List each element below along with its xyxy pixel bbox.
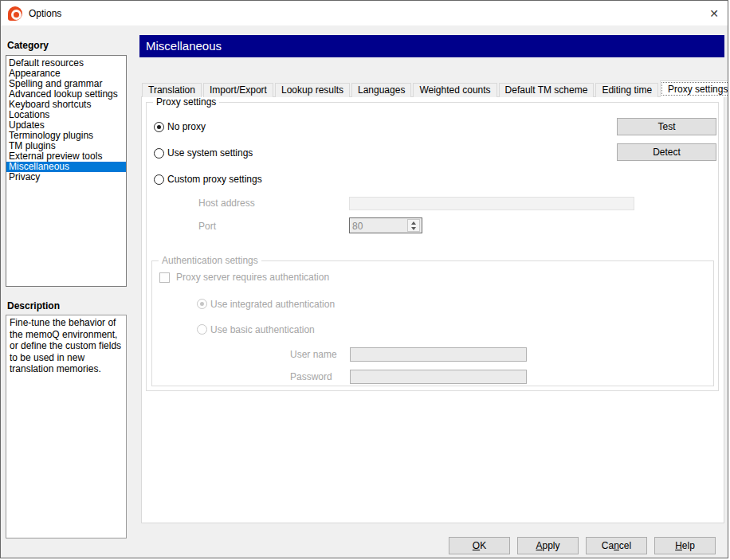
category-item-privacy[interactable]: Privacy (6, 172, 126, 182)
port-spin-buttons (407, 219, 420, 232)
no-proxy-radio[interactable] (154, 122, 164, 132)
apply-button[interactable]: Apply (517, 537, 579, 554)
tabstrip: TranslationImport/ExportLookup resultsLa… (142, 80, 728, 97)
use-basic-authentication-label: Use basic authentication (210, 325, 315, 335)
tab-import-export[interactable]: Import/Export (203, 83, 273, 97)
proxy-settings-tabpage: Proxy settings No proxy Use system setti… (141, 96, 724, 523)
tab-editing-time[interactable]: Editing time (595, 83, 658, 97)
custom-proxy-settings-radio[interactable] (154, 174, 164, 185)
category-label: Category (7, 40, 49, 51)
proxy-settings-group-label: Proxy settings (153, 96, 219, 108)
port-value: 80 (352, 221, 363, 232)
host-address-input (349, 197, 634, 210)
user-name-input (350, 347, 527, 362)
test-button[interactable]: Test (617, 118, 716, 135)
category-list[interactable]: Default resourcesAppearanceSpelling and … (6, 55, 127, 287)
authentication-settings-group: Authentication settings Proxy server req… (151, 260, 714, 386)
close-icon[interactable]: ✕ (701, 1, 728, 25)
no-proxy-label[interactable]: No proxy (167, 122, 206, 132)
password-input (350, 370, 527, 384)
use-system-settings-label[interactable]: Use system settings (167, 148, 253, 159)
tab-languages[interactable]: Languages (351, 83, 411, 97)
tab-weighted-counts[interactable]: Weighted counts (413, 83, 496, 97)
tab-default-tm-scheme[interactable]: Default TM scheme (499, 83, 595, 97)
use-basic-authentication-radio (197, 324, 207, 335)
help-button[interactable]: Help (654, 537, 716, 554)
tab-proxy-settings[interactable]: Proxy settings (660, 80, 728, 97)
description-label: Description (7, 300, 60, 311)
user-name-label: User name (290, 350, 337, 360)
memoq-logo-icon (8, 6, 22, 21)
window-title: Options (29, 8, 61, 19)
cancel-button[interactable]: Cancel (586, 537, 647, 554)
requires-authentication-checkbox (159, 272, 170, 283)
host-address-label: Host address (198, 198, 255, 209)
ok-button[interactable]: OK (449, 537, 510, 554)
requires-authentication-label: Proxy server requires authentication (176, 272, 329, 283)
tab-translation[interactable]: Translation (142, 83, 202, 97)
port-stepper: 80 (349, 217, 422, 233)
spin-down-icon (408, 225, 419, 231)
description-box: Fine-tune the behavior of the memoQ envi… (6, 315, 127, 538)
use-integrated-authentication-radio (197, 299, 207, 309)
port-label: Port (198, 221, 216, 232)
use-system-settings-radio[interactable] (154, 148, 164, 159)
tab-lookup-results[interactable]: Lookup results (275, 83, 350, 97)
detect-button[interactable]: Detect (617, 143, 716, 161)
page-title: Miscellaneous (139, 35, 724, 57)
titlebar: Options ✕ (1, 1, 728, 25)
password-label: Password (290, 372, 332, 382)
spin-up-icon (408, 220, 419, 225)
authentication-settings-group-label: Authentication settings (159, 255, 261, 266)
use-integrated-authentication-label: Use integrated authentication (210, 300, 335, 310)
options-dialog: Options ✕ Category Default resourcesAppe… (0, 0, 728, 558)
proxy-settings-group: Proxy settings No proxy Use system setti… (146, 102, 719, 391)
custom-proxy-settings-label[interactable]: Custom proxy settings (167, 174, 262, 185)
